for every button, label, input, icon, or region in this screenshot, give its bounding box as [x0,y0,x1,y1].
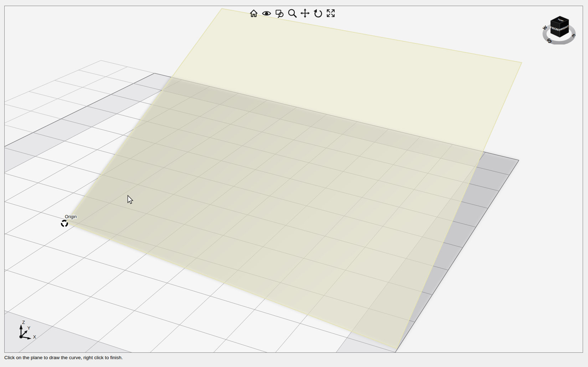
view-toolbar [249,8,336,18]
navigation-cube[interactable]: W S E TOP FRONT RIGHT [537,7,579,44]
zoom-window-button[interactable] [274,8,284,18]
3d-viewport[interactable]: Origin [4,6,583,353]
zoom-extents-button[interactable] [326,8,336,18]
eye-icon [262,8,272,18]
application-window: Origin [0,0,588,367]
pan-icon [300,8,310,18]
pan-button[interactable] [300,8,310,18]
status-message: Click on the plane to draw the curve, ri… [4,355,123,360]
visibility-button[interactable] [262,8,272,18]
origin-label: Origin [65,214,77,219]
status-bar: Click on the plane to draw the curve, ri… [0,353,588,367]
zoom-button[interactable] [287,8,297,18]
home-view-button[interactable] [249,8,259,18]
magnifier-icon [287,8,297,18]
rotate-view-button[interactable] [313,8,323,18]
3d-scene-canvas[interactable]: Origin [5,6,583,352]
home-icon [249,8,259,18]
navigation-cube-graphic: W S E TOP FRONT RIGHT [537,7,579,44]
zoom-extents-icon [326,8,336,18]
zoom-window-icon [274,8,284,18]
rotate-icon [313,8,323,18]
